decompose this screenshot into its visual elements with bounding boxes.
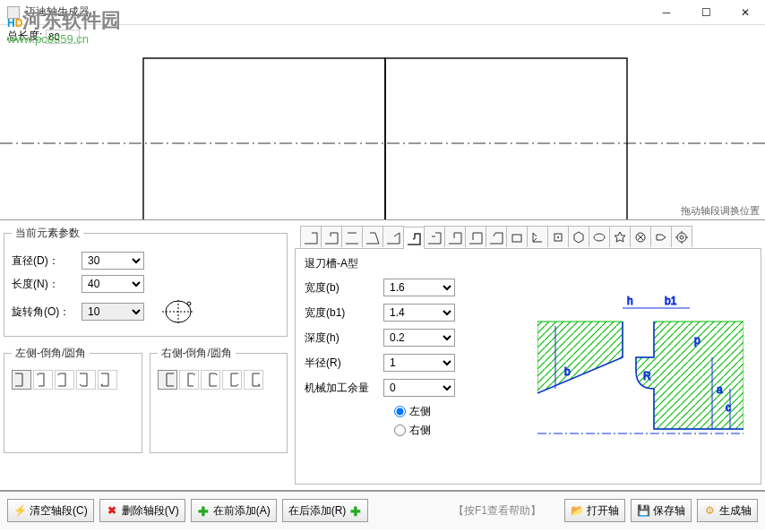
lower-panels: 当前元素参数 直径(D)： 30 长度(N)： 40 旋转角(O)： 10: [0, 219, 765, 490]
svg-text:b1: b1: [665, 295, 677, 307]
right-corner-legend: 右侧-倒角/圆角: [158, 346, 236, 361]
width-b1-label: 宽度(b1): [305, 305, 378, 321]
svg-text:a: a: [717, 383, 723, 396]
maximize-button[interactable]: ☐: [686, 0, 726, 25]
current-params-group: 当前元素参数 直径(D)： 30 长度(N)： 40 旋转角(O)： 10: [4, 226, 288, 337]
tab-6-active[interactable]: [403, 227, 425, 249]
machining-label: 机械加工余量: [305, 381, 378, 396]
tab-1[interactable]: [300, 226, 322, 247]
left-corner-opt-4[interactable]: [76, 370, 96, 390]
right-corner-group: 右侧-倒角/圆角: [150, 346, 288, 453]
left-corner-opt-3[interactable]: [55, 370, 74, 390]
right-corner-opt-5[interactable]: [244, 370, 263, 390]
right-panel: 退刀槽-A型 宽度(b) 1.6 宽度(b1) 1.4 深度(h) 0.2 半径…: [291, 220, 765, 490]
tool-tabs: [295, 226, 761, 249]
drag-hint: 拖动轴段调换位置: [681, 204, 760, 218]
rotation-label: 旋转角(O)：: [12, 305, 76, 320]
total-length-row: 总长度:: [7, 29, 80, 44]
side-right-radio[interactable]: [394, 425, 406, 436]
svg-text:R: R: [643, 370, 651, 382]
tab-11[interactable]: [506, 226, 528, 247]
left-corner-legend: 左侧-倒角/圆角: [12, 346, 90, 361]
minimize-button[interactable]: ─: [647, 0, 686, 25]
svg-text:h: h: [627, 295, 633, 307]
width-b1-combo[interactable]: 1.4: [383, 304, 455, 322]
groove-form: 退刀槽-A型 宽度(b) 1.6 宽度(b1) 1.4 深度(h) 0.2 半径…: [305, 256, 520, 476]
side-left-radio[interactable]: [394, 406, 406, 417]
tab-8[interactable]: [444, 226, 466, 247]
current-params-legend: 当前元素参数: [12, 226, 83, 241]
left-corner-opt-1[interactable]: [12, 370, 31, 390]
plus-icon: ✚: [349, 504, 362, 517]
left-corner-group: 左侧-倒角/圆角: [4, 346, 142, 453]
total-length-label: 总长度:: [7, 29, 42, 44]
left-corner-opt-2[interactable]: [33, 370, 53, 390]
bottom-toolbar: ⚡清空轴段(C) ✖删除轴段(V) ✚在前添加(A) 在后添加(R)✚ 【按F1…: [0, 490, 765, 529]
preview-canvas[interactable]: 拖动轴段调换位置: [0, 27, 765, 219]
delete-button[interactable]: ✖删除轴段(V): [99, 499, 185, 522]
right-corner-opt-1[interactable]: [158, 370, 177, 390]
tab-15[interactable]: [589, 226, 610, 247]
save-button[interactable]: 💾保存轴: [631, 499, 692, 522]
x-icon: ✖: [106, 504, 118, 517]
svg-text:p: p: [694, 334, 701, 347]
diameter-combo[interactable]: 30: [82, 252, 144, 270]
svg-point-13: [677, 233, 686, 242]
total-length-input[interactable]: [46, 30, 80, 44]
help-hint: 【按F1查看帮助】: [453, 503, 541, 519]
side-right-label: 右侧: [409, 423, 431, 438]
tab-18[interactable]: [650, 226, 672, 247]
folder-open-icon: 📂: [571, 504, 583, 517]
radius-label: 半径(R): [305, 356, 378, 371]
depth-label: 深度(h): [305, 330, 378, 346]
rotation-combo[interactable]: 10: [82, 303, 144, 321]
tab-13[interactable]: [547, 226, 569, 247]
svg-marker-10: [574, 232, 583, 243]
svg-rect-7: [512, 235, 521, 242]
right-corner-opt-3[interactable]: [201, 370, 220, 390]
open-button[interactable]: 📂打开轴: [564, 499, 625, 522]
tab-7[interactable]: [424, 226, 445, 247]
right-corner-opt-2[interactable]: [179, 370, 199, 390]
tab-17[interactable]: [630, 226, 651, 247]
gear-icon: ⚙: [703, 504, 716, 517]
length-label: 长度(N)：: [12, 277, 76, 292]
tab-16[interactable]: [609, 226, 631, 247]
tab-2[interactable]: [321, 226, 342, 247]
width-b-label: 宽度(b): [305, 280, 378, 296]
add-after-button[interactable]: 在后添加(R)✚: [282, 499, 369, 522]
svg-point-9: [557, 236, 559, 238]
groove-diagram: h b1 p b R a c: [529, 256, 752, 476]
machining-combo[interactable]: 0: [383, 379, 455, 397]
tab-4[interactable]: [362, 226, 383, 247]
left-panel: 当前元素参数 直径(D)： 30 长度(N)： 40 旋转角(O)： 10: [0, 220, 291, 490]
window-controls: ─ ☐ ✕: [647, 0, 765, 25]
tab-5[interactable]: [382, 226, 404, 247]
tab-14[interactable]: [568, 226, 589, 247]
tab-3[interactable]: [341, 226, 363, 247]
svg-point-6: [187, 302, 191, 305]
width-b-combo[interactable]: 1.6: [383, 279, 455, 296]
window-title: 迈迪轴生成器: [25, 4, 647, 20]
rotation-diagram-icon: [159, 298, 198, 325]
close-button[interactable]: ✕: [726, 0, 765, 25]
tab-12[interactable]: [527, 226, 548, 247]
side-left-label: 左侧: [409, 404, 431, 419]
diameter-label: 直径(D)：: [12, 253, 76, 269]
tab-9[interactable]: [465, 226, 486, 247]
right-corner-opt-4[interactable]: [222, 370, 242, 390]
tab-10[interactable]: [486, 226, 507, 247]
left-corner-opt-5[interactable]: [98, 370, 117, 390]
length-combo[interactable]: 40: [82, 275, 144, 293]
lightning-icon: ⚡: [13, 504, 26, 517]
tab-content: 退刀槽-A型 宽度(b) 1.6 宽度(b1) 1.4 深度(h) 0.2 半径…: [295, 249, 761, 485]
svg-rect-1: [143, 58, 385, 219]
radius-combo[interactable]: 1: [383, 354, 455, 372]
clear-button[interactable]: ⚡清空轴段(C): [7, 499, 94, 522]
generate-button[interactable]: ⚙生成轴: [697, 499, 758, 522]
add-before-button[interactable]: ✚在前添加(A): [191, 499, 277, 522]
depth-combo[interactable]: 0.2: [383, 329, 455, 347]
corners-row: 左侧-倒角/圆角 右侧-倒角/圆角: [4, 346, 288, 485]
tab-19[interactable]: [671, 226, 692, 247]
save-icon: 💾: [637, 504, 649, 517]
